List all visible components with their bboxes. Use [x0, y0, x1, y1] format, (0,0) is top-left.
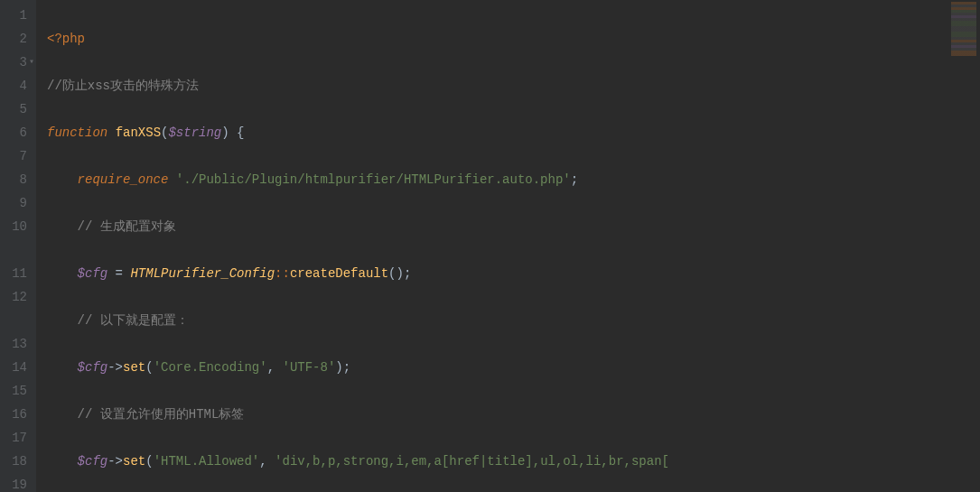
method-name: createDefault	[290, 266, 388, 281]
code-line[interactable]: //防止xss攻击的特殊方法	[47, 74, 980, 97]
line-number: 13	[7, 332, 27, 356]
variable: $string	[168, 125, 221, 140]
line-number: 6	[7, 121, 27, 144]
line-number: 2	[7, 27, 27, 51]
line-number: 15	[7, 379, 27, 403]
comma: ,	[259, 454, 275, 469]
php-open-tag: <?php	[47, 32, 85, 46]
paren: ();	[388, 266, 411, 281]
comment: // 以下就是配置：	[78, 313, 189, 328]
line-number: 11	[7, 262, 27, 285]
code-line[interactable]: require_once './Public/Plugin/htmlpurifi…	[47, 168, 980, 191]
string: 'Core.Encoding'	[154, 360, 267, 375]
keyword-require: require_once	[78, 172, 169, 187]
line-number: 17	[7, 426, 27, 450]
line-number-gutter: 1 2 3 4 5 6 7 8 9 10 11 12 13 14 15 16 1…	[0, 0, 36, 492]
comment: // 生成配置对象	[78, 219, 176, 234]
variable: $cfg	[78, 360, 108, 375]
scope-op: ::	[275, 266, 290, 281]
line-number-fold[interactable]: 3	[7, 51, 27, 74]
class-name: HTMLPurifier_Config	[130, 266, 275, 281]
code-line[interactable]: $cfg = HTMLPurifier_Config::createDefaul…	[47, 262, 980, 285]
comment: //防止xss攻击的特殊方法	[47, 79, 199, 93]
method-name: set	[123, 360, 145, 375]
string: 'HTML.Allowed'	[154, 454, 260, 469]
arrow-op: ->	[107, 454, 123, 469]
line-number: 9	[7, 191, 27, 215]
line-number: 19	[7, 473, 27, 492]
variable: $cfg	[78, 266, 108, 281]
code-line[interactable]: // 设置允许使用的HTML标签	[47, 403, 980, 426]
string: 'UTF-8'	[283, 360, 336, 375]
paren: (	[145, 360, 153, 375]
line-number: 1	[7, 4, 27, 27]
line-number: 8	[7, 168, 27, 191]
brace: {	[237, 125, 244, 140]
minimap[interactable]	[951, 2, 976, 56]
code-line[interactable]: $cfg->set('Core.Encoding', 'UTF-8');	[47, 356, 980, 379]
line-number: 4	[7, 74, 27, 97]
paren: );	[335, 360, 350, 375]
line-number	[7, 309, 27, 332]
semi: ;	[571, 172, 578, 187]
line-number: 12	[7, 285, 27, 309]
arrow-op: ->	[107, 360, 123, 375]
paren: (	[145, 454, 153, 469]
function-name: fanXSS	[116, 125, 161, 140]
line-number: 14	[7, 356, 27, 379]
string: 'div,b,p,strong,i,em,a[href|title],ul,ol…	[275, 454, 669, 469]
string: './Public/Plugin/htmlpurifier/HTMLPurifi…	[176, 172, 571, 187]
code-line[interactable]: // 以下就是配置：	[47, 309, 980, 332]
line-number: 10	[7, 215, 27, 238]
code-editor[interactable]: 1 2 3 4 5 6 7 8 9 10 11 12 13 14 15 16 1…	[0, 0, 980, 492]
code-line[interactable]: $cfg->set('HTML.Allowed', 'div,b,p,stron…	[47, 450, 980, 473]
paren: )	[221, 125, 229, 140]
comma: ,	[267, 360, 283, 375]
line-number: 5	[7, 97, 27, 121]
operator: =	[107, 266, 130, 281]
comment: // 设置允许使用的HTML标签	[78, 407, 245, 422]
code-line[interactable]: function fanXSS($string) {	[47, 121, 980, 144]
code-line[interactable]: // 生成配置对象	[47, 215, 980, 238]
method-name: set	[123, 454, 145, 469]
variable: $cfg	[78, 454, 108, 469]
code-line[interactable]: <?php	[47, 27, 980, 51]
line-number: 18	[7, 450, 27, 473]
code-area[interactable]: <?php //防止xss攻击的特殊方法 function fanXSS($st…	[36, 0, 980, 492]
line-number	[7, 238, 27, 262]
keyword-function: function	[47, 125, 107, 140]
line-number: 7	[7, 144, 27, 168]
line-number: 16	[7, 403, 27, 426]
